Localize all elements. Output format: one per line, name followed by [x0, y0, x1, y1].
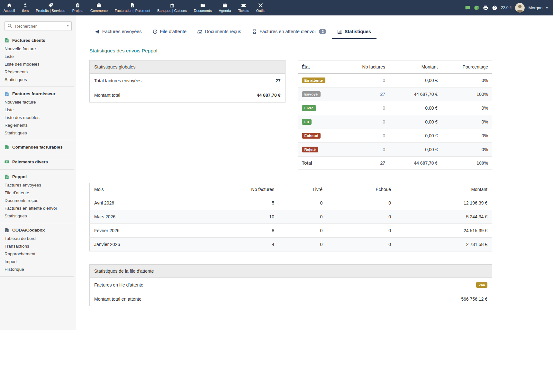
- tab-factures-envoyees[interactable]: Factures envoyées: [89, 25, 147, 39]
- chat-icon[interactable]: [465, 5, 470, 11]
- sidebar-item[interactable]: Nouvelle facture: [0, 98, 74, 106]
- queue-stats-table: Statistiques de la file d'attente Factur…: [89, 264, 492, 306]
- sidebar-item[interactable]: Rapprochement: [0, 250, 74, 258]
- stat-label: Montant total en attente: [90, 292, 371, 306]
- nav-agenda[interactable]: Agenda: [215, 0, 234, 15]
- column-header: Pourcentage: [441, 60, 492, 74]
- sidebar-item[interactable]: Statistiques: [0, 129, 74, 137]
- nav-produits-services[interactable]: Produits | Services: [32, 0, 69, 15]
- avatar[interactable]: [515, 3, 525, 13]
- sidebar-item-documents-recus[interactable]: Documents reçus: [0, 196, 74, 204]
- livre-cell: 0: [279, 224, 327, 238]
- table-row: Envoyé 27 44 687,70 € 100%: [298, 87, 492, 101]
- section-title: Factures clients: [12, 38, 45, 43]
- table-header: Statistiques globales: [90, 60, 286, 74]
- pct-cell: 0%: [441, 129, 492, 143]
- nb-cell: 0: [356, 115, 389, 129]
- table-header: Statistiques de la file d'attente: [90, 265, 492, 278]
- total-label: Total: [298, 157, 356, 170]
- table-row: Lu 0 0,00 € 0%: [298, 115, 492, 129]
- sidebar-item[interactable]: Statistiques: [0, 76, 74, 83]
- sidebar-item[interactable]: Liste des modèles: [0, 60, 74, 68]
- nav-facturation-paiement[interactable]: Facturation | Paiement: [111, 0, 154, 15]
- bar-chart-icon: [337, 29, 342, 34]
- nav-tickets[interactable]: Tickets: [234, 0, 252, 15]
- sidebar-item-file-attente[interactable]: File d'attente: [0, 189, 74, 196]
- sidebar-item[interactable]: Nouvelle facture: [0, 45, 74, 52]
- month-cell: Janvier 2026: [90, 238, 227, 251]
- section-title: Factures fournisseur: [12, 91, 55, 96]
- nb-link[interactable]: 27: [380, 92, 385, 97]
- section-factures-fournisseur: Factures fournisseur Nouvelle facture Li…: [0, 87, 74, 140]
- svg-text:?: ?: [494, 6, 495, 9]
- amount-cell: 0,00 €: [389, 115, 441, 129]
- status-badge: Lu: [302, 119, 312, 125]
- sidebar-item[interactable]: Liste: [0, 106, 74, 114]
- global-stats-table: Statistiques globales Total factures env…: [89, 60, 286, 103]
- status-badge: Rejeté: [302, 147, 319, 152]
- module-box-icon[interactable]: [474, 5, 479, 11]
- nav-projets[interactable]: Projets: [69, 0, 87, 15]
- sidebar-item[interactable]: Règlements: [0, 121, 74, 129]
- help-icon[interactable]: ?: [492, 5, 497, 11]
- printer-icon[interactable]: [483, 5, 488, 11]
- echoue-cell: 0: [327, 238, 395, 251]
- status-badge: Livré: [302, 105, 316, 111]
- status-badge: Échoué: [302, 133, 321, 139]
- sidebar-item[interactable]: Historique: [0, 265, 74, 273]
- echoue-cell: 0: [327, 224, 395, 238]
- nb-cell: 4: [226, 238, 279, 251]
- calendar-icon: [222, 3, 227, 8]
- sidebar-item-factures-attente-envoi[interactable]: Factures en attente d'envoi: [0, 204, 74, 212]
- supplier-invoice-icon: [5, 91, 9, 96]
- tab-statistiques[interactable]: Statistiques: [332, 25, 376, 39]
- sidebar-title-factures-fournisseur[interactable]: Factures fournisseur: [0, 90, 74, 98]
- clock-icon: [153, 29, 158, 34]
- navbar-right: ? 22.0.4 Morgan ▾: [465, 0, 553, 15]
- tab-factures-attente-envoi[interactable]: Factures en attente d'envoi 2: [247, 25, 332, 39]
- sidebar-item[interactable]: Transactions: [0, 242, 74, 250]
- search-dropdown-caret[interactable]: ▾: [67, 23, 69, 28]
- nav-commerce[interactable]: Commerce: [87, 0, 111, 15]
- search-input[interactable]: [5, 21, 72, 31]
- chevron-down-icon[interactable]: ▾: [546, 6, 548, 10]
- sidebar-title-paiements-divers[interactable]: Paiements divers: [0, 158, 74, 166]
- tab-count-badge: 2: [319, 29, 326, 34]
- nav-tiers[interactable]: tiers: [18, 0, 32, 15]
- stats-tables-row: Statistiques globales Total factures env…: [89, 60, 492, 170]
- sidebar-title-factures-clients[interactable]: Factures clients: [0, 36, 74, 45]
- sidebar-item-factures-envoyees[interactable]: Factures envoyées: [0, 181, 74, 189]
- pct-cell: 100%: [441, 87, 492, 101]
- nav-documents[interactable]: Documents: [190, 0, 215, 15]
- tab-file-attente[interactable]: File d'attente: [147, 25, 192, 39]
- user-menu[interactable]: Morgan: [528, 5, 542, 10]
- table-row: En attente 0 0,00 € 0%: [298, 74, 492, 87]
- nav-banques-caisses[interactable]: Banques | Caisses: [154, 0, 190, 15]
- nav-label: Tickets: [238, 9, 249, 13]
- sidebar-title-peppol[interactable]: Peppol: [0, 173, 74, 181]
- pct-cell: 0%: [441, 143, 492, 157]
- billing-icon: [130, 3, 135, 8]
- sidebar-search: ▾: [5, 21, 72, 31]
- nav-outils[interactable]: Outils: [253, 0, 269, 15]
- nav-accueil[interactable]: Accueil: [0, 0, 18, 15]
- month-cell: Mars 2026: [90, 210, 227, 224]
- nb-cell: 0: [356, 129, 389, 143]
- sidebar-item[interactable]: Liste: [0, 52, 74, 60]
- stat-value: 566 756,12 €: [371, 292, 492, 306]
- sidebar-item[interactable]: Liste des modèles: [0, 114, 74, 121]
- tab-label: Statistiques: [345, 29, 371, 34]
- sidebar-item-statistiques[interactable]: Statistiques: [0, 212, 74, 220]
- section-commandes-facturables: Commandes facturables: [0, 140, 74, 155]
- sidebar-item[interactable]: Import: [0, 258, 74, 265]
- section-peppol: Peppol Factures envoyées File d'attente …: [0, 170, 74, 223]
- sidebar-title-commandes-facturables[interactable]: Commandes facturables: [0, 143, 74, 151]
- nav-label: Documents: [194, 9, 212, 13]
- sidebar-item[interactable]: Règlements: [0, 68, 74, 76]
- sidebar-item[interactable]: Tableau de bord: [0, 234, 74, 242]
- page-layout: ▾ Factures clients Nouvelle facture List…: [0, 15, 553, 330]
- month-cell: Février 2026: [90, 224, 227, 238]
- total-amount: 44 687,70 €: [389, 157, 441, 170]
- sidebar-title-coda-codabox[interactable]: CODA/Codabox: [0, 226, 74, 234]
- tab-documents-recus[interactable]: Documents reçus: [192, 25, 247, 39]
